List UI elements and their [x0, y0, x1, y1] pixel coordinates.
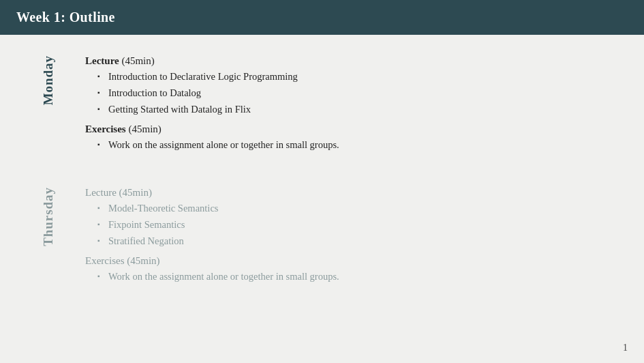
list-item: Introduction to Declarative Logic Progra…: [97, 70, 603, 85]
list-item: Getting Started with Datalog in Flix: [97, 102, 603, 117]
main-content: Monday Lecture (45min) Introduction to D…: [0, 35, 644, 298]
thursday-section: Thursday Lecture (45min) Model-Theoretic…: [41, 166, 603, 298]
monday-exercises-title: Exercises (45min): [85, 124, 603, 135]
list-item: Work on the assignment alone or together…: [97, 138, 603, 153]
thursday-content: Lecture (45min) Model-Theoretic Semantic…: [72, 187, 603, 291]
monday-exercises-block: Exercises (45min) Work on the assignment…: [85, 124, 603, 153]
monday-exercises-list: Work on the assignment alone or together…: [85, 138, 603, 153]
thursday-exercises-title: Exercises (45min): [85, 255, 603, 267]
list-item: Fixpoint Semantics: [97, 218, 603, 233]
page-number: 1: [623, 343, 628, 353]
thursday-label: Thursday: [41, 187, 72, 253]
monday-content: Lecture (45min) Introduction to Declarat…: [72, 55, 603, 160]
monday-lecture-title: Lecture (45min): [85, 55, 603, 67]
monday-section: Monday Lecture (45min) Introduction to D…: [41, 35, 603, 166]
thursday-exercises-block: Exercises (45min) Work on the assignment…: [85, 255, 603, 285]
list-item: Stratified Negation: [97, 234, 603, 249]
thursday-exercises-list: Work on the assignment alone or together…: [85, 270, 603, 285]
header-title: Week 1: Outline: [16, 10, 115, 25]
monday-label: Monday: [41, 55, 72, 112]
thursday-lecture-list: Model-Theoretic Semantics Fixpoint Seman…: [85, 201, 603, 248]
list-item: Model-Theoretic Semantics: [97, 201, 603, 216]
monday-lecture-list: Introduction to Declarative Logic Progra…: [85, 70, 603, 117]
thursday-lecture-title: Lecture (45min): [85, 187, 603, 199]
list-item: Work on the assignment alone or together…: [97, 270, 603, 285]
list-item: Introduction to Datalog: [97, 86, 603, 101]
slide-header: Week 1: Outline: [0, 0, 644, 35]
